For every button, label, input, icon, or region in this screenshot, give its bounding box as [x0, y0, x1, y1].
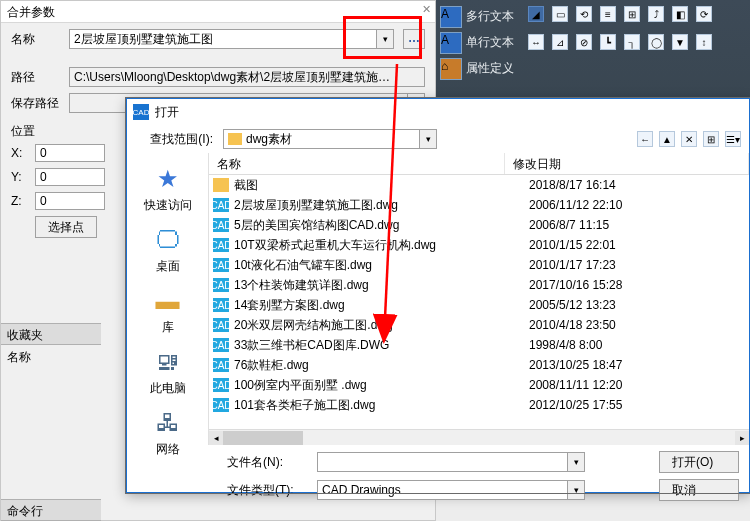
- back-icon[interactable]: ←: [637, 131, 653, 147]
- dialog-titlebar[interactable]: CAD 打开: [127, 99, 749, 125]
- cmdline-header[interactable]: 命令行: [1, 499, 101, 521]
- file-date: 2018/8/17 16:14: [529, 178, 669, 192]
- file-row[interactable]: CAD100例室内平面别墅 .dwg2008/11/11 12:20: [209, 375, 749, 395]
- dialog-title: 打开: [155, 104, 179, 121]
- scroll-thumb[interactable]: [223, 431, 303, 445]
- places-bar: ★快速访问 🖵桌面 ▬库 🖳此电脑 🖧网络: [127, 153, 209, 445]
- attrdef-label[interactable]: 属性定义: [466, 60, 514, 77]
- file-date: 2008/11/11 12:20: [529, 378, 669, 392]
- file-name: 10T双梁桥式起重机大车运行机构.dwg: [234, 237, 524, 254]
- file-date: 2013/10/25 18:47: [529, 358, 669, 372]
- cancel-button[interactable]: 取消: [659, 479, 739, 501]
- rib-ico-4[interactable]: ≡: [600, 6, 616, 22]
- file-row[interactable]: CAD14套别墅方案图.dwg2005/5/12 13:23: [209, 295, 749, 315]
- rib-ico-7[interactable]: ◧: [672, 6, 688, 22]
- file-row[interactable]: CAD101套各类柜子施工图.dwg2012/10/25 17:55: [209, 395, 749, 415]
- folder-icon: [228, 133, 242, 145]
- rib-ico-3[interactable]: ⟲: [576, 6, 592, 22]
- text-icon[interactable]: A: [440, 32, 462, 54]
- delete-icon[interactable]: ✕: [681, 131, 697, 147]
- desktop-icon: 🖵: [152, 224, 184, 256]
- filename-input[interactable]: [317, 452, 567, 472]
- place-desktop[interactable]: 🖵桌面: [127, 220, 208, 279]
- file-row[interactable]: 截图2018/8/17 16:14: [209, 175, 749, 195]
- rib-ico-1[interactable]: ◢: [528, 6, 544, 22]
- filetype-label: 文件类型(T):: [227, 482, 307, 499]
- app-ribbon-bg: A 多行文本 A 单行文本 ⌂ 属性定义 ◢ ▭ ⟲ ≡ ⊞ ⤴ ◧ ⟳ ↔ ⊿…: [436, 0, 750, 103]
- filetype-combo[interactable]: CAD Drawings: [317, 480, 567, 500]
- place-libraries[interactable]: ▬库: [127, 281, 208, 340]
- name-browse-btn[interactable]: …: [403, 29, 425, 49]
- up-icon[interactable]: ▲: [659, 131, 675, 147]
- views-icon[interactable]: ☰▾: [725, 131, 741, 147]
- panel-close-icon[interactable]: ✕: [422, 3, 431, 16]
- file-name: 100例室内平面别墅 .dwg: [234, 377, 524, 394]
- dwg-icon: CAD: [213, 238, 229, 252]
- file-row[interactable]: CAD2层坡屋顶别墅建筑施工图.dwg2006/11/12 22:10: [209, 195, 749, 215]
- file-row[interactable]: CAD13个柱装饰建筑详图.dwg2017/10/16 15:28: [209, 275, 749, 295]
- rib-ico-10[interactable]: ⊿: [552, 34, 568, 50]
- network-icon: 🖧: [152, 407, 184, 439]
- scroll-left-icon[interactable]: ◂: [209, 431, 223, 445]
- col-date[interactable]: 修改日期: [505, 153, 749, 174]
- file-row[interactable]: CAD76款鞋柜.dwg2013/10/25 18:47: [209, 355, 749, 375]
- scroll-right-icon[interactable]: ▸: [735, 431, 749, 445]
- col-name[interactable]: 名称: [209, 153, 505, 174]
- z-input[interactable]: 0: [35, 192, 105, 210]
- newfolder-icon[interactable]: ⊞: [703, 131, 719, 147]
- rib-ico-11[interactable]: ⊘: [576, 34, 592, 50]
- lookin-combo[interactable]: dwg素材: [223, 129, 419, 149]
- text-label[interactable]: 单行文本: [466, 34, 514, 51]
- file-name: 5层的美国宾馆结构图CAD.dwg: [234, 217, 524, 234]
- dwg-icon: CAD: [213, 278, 229, 292]
- x-input[interactable]: 0: [35, 144, 105, 162]
- attrdef-icon[interactable]: ⌂: [440, 58, 462, 80]
- rib-ico-15[interactable]: ▼: [672, 34, 688, 50]
- ribbon-icons-row2: ↔ ⊿ ⊘ ┗ ┐ ◯ ▼ ↕: [528, 34, 712, 50]
- dwg-icon: CAD: [213, 258, 229, 272]
- rib-ico-16[interactable]: ↕: [696, 34, 712, 50]
- lookin-dropdown[interactable]: ▾: [419, 129, 437, 149]
- dwg-icon: CAD: [213, 358, 229, 372]
- h-scrollbar[interactable]: ◂ ▸: [209, 429, 749, 445]
- favorites-header[interactable]: 收藏夹: [1, 323, 101, 345]
- filetype-dropdown[interactable]: ▾: [567, 480, 585, 500]
- column-headers[interactable]: 名称 修改日期: [209, 153, 749, 175]
- filename-label: 文件名(N):: [227, 454, 307, 471]
- file-row[interactable]: CAD5层的美国宾馆结构图CAD.dwg2006/8/7 11:15: [209, 215, 749, 235]
- mtext-icon[interactable]: A: [440, 6, 462, 28]
- rib-ico-5[interactable]: ⊞: [624, 6, 640, 22]
- file-date: 2010/1/15 22:01: [529, 238, 669, 252]
- y-label: Y:: [11, 170, 29, 184]
- file-row[interactable]: CAD20米双层网壳结构施工图.dwg2010/4/18 23:50: [209, 315, 749, 335]
- file-name: 20米双层网壳结构施工图.dwg: [234, 317, 524, 334]
- file-row[interactable]: CAD33款三维书柜CAD图库.DWG1998/4/8 8:00: [209, 335, 749, 355]
- dwg-icon: CAD: [213, 298, 229, 312]
- file-list[interactable]: 截图2018/8/17 16:14CAD2层坡屋顶别墅建筑施工图.dwg2006…: [209, 175, 749, 429]
- dialog-app-icon: CAD: [133, 104, 149, 120]
- place-quickaccess[interactable]: ★快速访问: [127, 159, 208, 218]
- rib-ico-14[interactable]: ◯: [648, 34, 664, 50]
- name-input[interactable]: 2层坡屋顶别墅建筑施工图: [69, 29, 376, 49]
- name-dropdown-btn[interactable]: ▾: [376, 29, 394, 49]
- y-input[interactable]: 0: [35, 168, 105, 186]
- file-row[interactable]: CAD10T双梁桥式起重机大车运行机构.dwg2010/1/15 22:01: [209, 235, 749, 255]
- file-row[interactable]: CAD10t液化石油气罐车图.dwg2010/1/17 17:23: [209, 255, 749, 275]
- rib-ico-13[interactable]: ┐: [624, 34, 640, 50]
- place-thispc[interactable]: 🖳此电脑: [127, 342, 208, 401]
- filename-dropdown[interactable]: ▾: [567, 452, 585, 472]
- libraries-icon: ▬: [152, 285, 184, 317]
- rib-ico-12[interactable]: ┗: [600, 34, 616, 50]
- rib-ico-8[interactable]: ⟳: [696, 6, 712, 22]
- rib-ico-6[interactable]: ⤴: [648, 6, 664, 22]
- place-network[interactable]: 🖧网络: [127, 403, 208, 462]
- mtext-label[interactable]: 多行文本: [466, 8, 514, 25]
- lookin-label: 查找范围(I):: [135, 131, 217, 148]
- open-button[interactable]: 打开(O): [659, 451, 739, 473]
- pick-point-button[interactable]: 选择点: [35, 216, 97, 238]
- rib-ico-2[interactable]: ▭: [552, 6, 568, 22]
- rib-ico-9[interactable]: ↔: [528, 34, 544, 50]
- fav-col-name: 名称: [7, 349, 31, 366]
- file-date: 2012/10/25 17:55: [529, 398, 669, 412]
- panel-title: 合并参数: [1, 1, 435, 23]
